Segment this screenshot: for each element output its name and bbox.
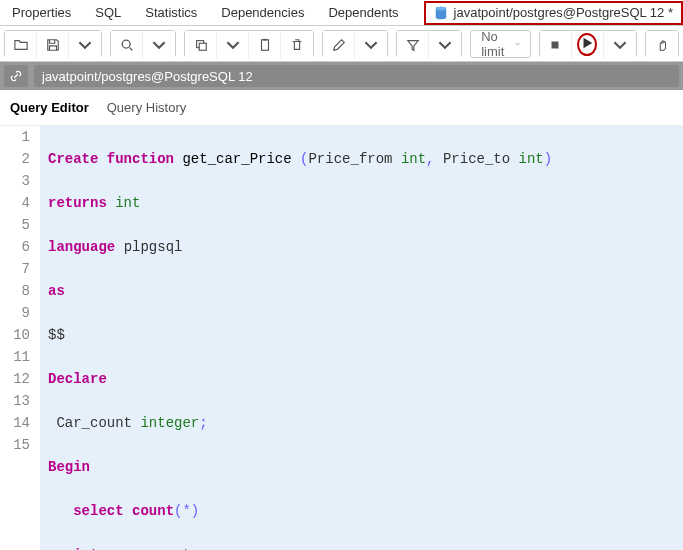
stop-icon [548,38,562,52]
save-dropdown[interactable] [69,31,101,59]
tab-dependents[interactable]: Dependents [316,1,410,24]
toolbar: No limit [0,26,683,62]
paste-button[interactable] [249,31,281,59]
connection-bar [0,62,683,90]
folder-open-icon [14,38,28,52]
explain-button[interactable] [646,31,678,59]
chevron-down-icon [152,38,166,52]
chevron-down-icon [364,38,378,52]
tab-query-editor[interactable]: Query Editor [10,96,89,119]
paste-icon [258,38,272,52]
edit-dropdown[interactable] [355,31,387,59]
search-icon [120,38,134,52]
execute-button[interactable] [572,31,604,59]
edit-button[interactable] [323,31,355,59]
database-icon [434,6,448,20]
svg-rect-6 [263,38,267,40]
play-icon [580,36,594,50]
execute-dropdown[interactable] [604,31,636,59]
tab-query-history[interactable]: Query History [107,96,186,119]
filter-dropdown[interactable] [429,31,461,59]
chevron-down-icon [438,38,452,52]
copy-button[interactable] [185,31,217,59]
svg-point-2 [122,40,130,48]
code-editor[interactable]: 123456789101112131415 Create function ge… [0,126,683,550]
copy-dropdown[interactable] [217,31,249,59]
open-file-button[interactable] [5,31,37,59]
tab-properties[interactable]: Properties [0,1,83,24]
search-dropdown[interactable] [143,31,175,59]
link-icon [9,69,23,83]
stop-button[interactable] [540,31,572,59]
delete-button[interactable] [281,31,313,59]
svg-rect-4 [199,43,206,50]
code-content[interactable]: Create function get_car_Price (Price_fro… [40,126,683,550]
hand-icon [655,38,669,52]
connection-tab-label: javatpoint/postgres@PostgreSQL 12 * [454,5,673,20]
pencil-icon [332,38,346,52]
tab-statistics[interactable]: Statistics [133,1,209,24]
chevron-down-icon [226,38,240,52]
limit-select[interactable]: No limit [470,30,531,58]
chevron-down-icon [515,40,520,48]
save-icon [46,38,60,52]
filter-button[interactable] [397,31,429,59]
chevron-down-icon [78,38,92,52]
editor-tabs: Query Editor Query History [0,90,683,126]
filter-icon [406,38,420,52]
limit-label: No limit [481,29,509,59]
tab-sql[interactable]: SQL [83,1,133,24]
search-button[interactable] [111,31,143,59]
svg-point-1 [435,6,446,10]
svg-rect-7 [552,41,559,48]
save-button[interactable] [37,31,69,59]
connection-input[interactable] [34,65,679,87]
trash-icon [290,38,304,52]
connection-tab[interactable]: javatpoint/postgres@PostgreSQL 12 * [424,1,683,25]
svg-rect-5 [261,39,268,50]
copy-icon [194,38,208,52]
line-gutter: 123456789101112131415 [0,126,40,550]
connection-icon-box[interactable] [4,65,28,87]
tab-dependencies[interactable]: Dependencies [209,1,316,24]
panel-tabs: Properties SQL Statistics Dependencies D… [0,0,683,26]
chevron-down-icon [613,38,627,52]
